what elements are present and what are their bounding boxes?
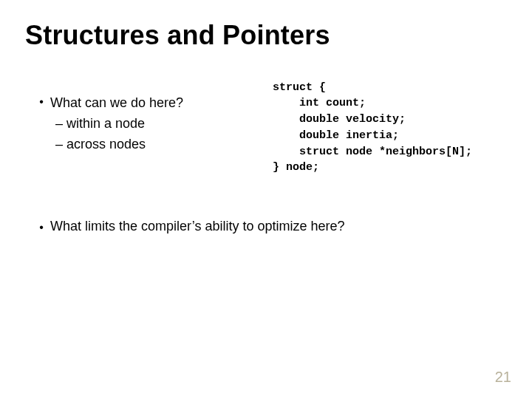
code-block: struct { int count; double velocity; dou… xyxy=(273,80,507,177)
bullet-item: • What can we do here? xyxy=(33,93,273,112)
sub-bullet-text: within a node xyxy=(66,114,145,133)
dash-glyph: – xyxy=(52,134,66,154)
bullet-glyph: • xyxy=(33,93,50,112)
bullet-glyph: • xyxy=(33,219,50,236)
sub-bullet-item: – within a node xyxy=(52,114,273,133)
slide-title: Structures and Pointers xyxy=(25,21,507,50)
sub-bullet-text: across nodes xyxy=(66,134,146,154)
lower-section: • What limits the compiler’s ability to … xyxy=(25,219,507,236)
slide: Structures and Pointers • What can we do… xyxy=(0,0,532,399)
sub-bullet-item: – across nodes xyxy=(52,134,273,154)
bullet-text: What limits the compiler’s ability to op… xyxy=(50,219,345,236)
bullet-item: • What limits the compiler’s ability to … xyxy=(33,219,507,236)
code-line: double inertia; xyxy=(273,129,399,142)
left-column: • What can we do here? – within a node –… xyxy=(25,80,273,155)
code-line: } node; xyxy=(273,161,319,174)
code-line: double velocity; xyxy=(273,113,406,126)
page-number: 21 xyxy=(495,369,511,386)
code-line: int count; xyxy=(273,97,366,109)
bullet-text: What can we do here? xyxy=(50,93,183,112)
code-line: struct node *neighbors[N]; xyxy=(273,146,472,158)
content-row: • What can we do here? – within a node –… xyxy=(25,80,507,177)
right-column: struct { int count; double velocity; dou… xyxy=(273,80,507,177)
dash-glyph: – xyxy=(52,114,66,133)
code-line: struct { xyxy=(273,81,326,94)
